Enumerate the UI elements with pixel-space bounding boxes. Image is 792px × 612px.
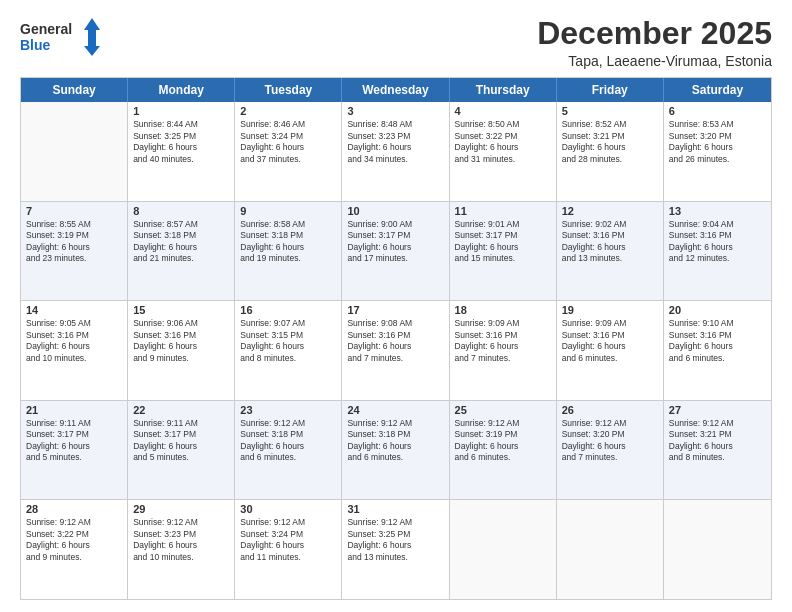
day-number: 6 xyxy=(669,105,766,117)
day-header-friday: Friday xyxy=(557,78,664,102)
logo: General Blue xyxy=(20,16,100,60)
day-info: Sunrise: 9:05 AM Sunset: 3:16 PM Dayligh… xyxy=(26,318,122,364)
day-cell-4: 4Sunrise: 8:50 AM Sunset: 3:22 PM Daylig… xyxy=(450,102,557,201)
svg-text:Blue: Blue xyxy=(20,37,51,53)
calendar-row: 7Sunrise: 8:55 AM Sunset: 3:19 PM Daylig… xyxy=(21,202,771,302)
day-number: 21 xyxy=(26,404,122,416)
day-cell-29: 29Sunrise: 9:12 AM Sunset: 3:23 PM Dayli… xyxy=(128,500,235,599)
day-number: 26 xyxy=(562,404,658,416)
empty-cell xyxy=(21,102,128,201)
day-header-wednesday: Wednesday xyxy=(342,78,449,102)
day-cell-15: 15Sunrise: 9:06 AM Sunset: 3:16 PM Dayli… xyxy=(128,301,235,400)
day-info: Sunrise: 8:52 AM Sunset: 3:21 PM Dayligh… xyxy=(562,119,658,165)
day-cell-25: 25Sunrise: 9:12 AM Sunset: 3:19 PM Dayli… xyxy=(450,401,557,500)
day-info: Sunrise: 9:07 AM Sunset: 3:15 PM Dayligh… xyxy=(240,318,336,364)
day-info: Sunrise: 8:46 AM Sunset: 3:24 PM Dayligh… xyxy=(240,119,336,165)
day-number: 28 xyxy=(26,503,122,515)
day-number: 24 xyxy=(347,404,443,416)
day-number: 1 xyxy=(133,105,229,117)
day-number: 7 xyxy=(26,205,122,217)
day-info: Sunrise: 9:06 AM Sunset: 3:16 PM Dayligh… xyxy=(133,318,229,364)
day-number: 16 xyxy=(240,304,336,316)
day-info: Sunrise: 9:12 AM Sunset: 3:21 PM Dayligh… xyxy=(669,418,766,464)
day-cell-24: 24Sunrise: 9:12 AM Sunset: 3:18 PM Dayli… xyxy=(342,401,449,500)
day-number: 3 xyxy=(347,105,443,117)
day-header-sunday: Sunday xyxy=(21,78,128,102)
empty-cell xyxy=(557,500,664,599)
day-cell-5: 5Sunrise: 8:52 AM Sunset: 3:21 PM Daylig… xyxy=(557,102,664,201)
day-number: 11 xyxy=(455,205,551,217)
day-info: Sunrise: 9:12 AM Sunset: 3:23 PM Dayligh… xyxy=(133,517,229,563)
day-cell-19: 19Sunrise: 9:09 AM Sunset: 3:16 PM Dayli… xyxy=(557,301,664,400)
day-info: Sunrise: 9:12 AM Sunset: 3:25 PM Dayligh… xyxy=(347,517,443,563)
day-cell-28: 28Sunrise: 9:12 AM Sunset: 3:22 PM Dayli… xyxy=(21,500,128,599)
day-info: Sunrise: 9:12 AM Sunset: 3:22 PM Dayligh… xyxy=(26,517,122,563)
day-number: 2 xyxy=(240,105,336,117)
day-number: 14 xyxy=(26,304,122,316)
day-cell-30: 30Sunrise: 9:12 AM Sunset: 3:24 PM Dayli… xyxy=(235,500,342,599)
day-info: Sunrise: 9:08 AM Sunset: 3:16 PM Dayligh… xyxy=(347,318,443,364)
day-info: Sunrise: 9:12 AM Sunset: 3:24 PM Dayligh… xyxy=(240,517,336,563)
day-cell-14: 14Sunrise: 9:05 AM Sunset: 3:16 PM Dayli… xyxy=(21,301,128,400)
day-info: Sunrise: 9:12 AM Sunset: 3:20 PM Dayligh… xyxy=(562,418,658,464)
empty-cell xyxy=(664,500,771,599)
day-info: Sunrise: 9:09 AM Sunset: 3:16 PM Dayligh… xyxy=(455,318,551,364)
day-cell-3: 3Sunrise: 8:48 AM Sunset: 3:23 PM Daylig… xyxy=(342,102,449,201)
day-cell-17: 17Sunrise: 9:08 AM Sunset: 3:16 PM Dayli… xyxy=(342,301,449,400)
day-info: Sunrise: 8:57 AM Sunset: 3:18 PM Dayligh… xyxy=(133,219,229,265)
day-cell-13: 13Sunrise: 9:04 AM Sunset: 3:16 PM Dayli… xyxy=(664,202,771,301)
logo-svg: General Blue xyxy=(20,16,100,60)
day-info: Sunrise: 9:01 AM Sunset: 3:17 PM Dayligh… xyxy=(455,219,551,265)
day-number: 22 xyxy=(133,404,229,416)
day-number: 29 xyxy=(133,503,229,515)
day-info: Sunrise: 8:50 AM Sunset: 3:22 PM Dayligh… xyxy=(455,119,551,165)
calendar-row: 21Sunrise: 9:11 AM Sunset: 3:17 PM Dayli… xyxy=(21,401,771,501)
calendar-row: 1Sunrise: 8:44 AM Sunset: 3:25 PM Daylig… xyxy=(21,102,771,202)
day-cell-23: 23Sunrise: 9:12 AM Sunset: 3:18 PM Dayli… xyxy=(235,401,342,500)
day-header-monday: Monday xyxy=(128,78,235,102)
day-number: 4 xyxy=(455,105,551,117)
day-number: 20 xyxy=(669,304,766,316)
day-info: Sunrise: 8:44 AM Sunset: 3:25 PM Dayligh… xyxy=(133,119,229,165)
day-number: 9 xyxy=(240,205,336,217)
day-header-saturday: Saturday xyxy=(664,78,771,102)
day-info: Sunrise: 9:12 AM Sunset: 3:19 PM Dayligh… xyxy=(455,418,551,464)
empty-cell xyxy=(450,500,557,599)
day-info: Sunrise: 9:10 AM Sunset: 3:16 PM Dayligh… xyxy=(669,318,766,364)
calendar-header: SundayMondayTuesdayWednesdayThursdayFrid… xyxy=(21,78,771,102)
day-info: Sunrise: 8:58 AM Sunset: 3:18 PM Dayligh… xyxy=(240,219,336,265)
day-cell-12: 12Sunrise: 9:02 AM Sunset: 3:16 PM Dayli… xyxy=(557,202,664,301)
day-number: 23 xyxy=(240,404,336,416)
title-block: December 2025 Tapa, Laeaene-Virumaa, Est… xyxy=(537,16,772,69)
subtitle: Tapa, Laeaene-Virumaa, Estonia xyxy=(537,53,772,69)
day-cell-6: 6Sunrise: 8:53 AM Sunset: 3:20 PM Daylig… xyxy=(664,102,771,201)
day-info: Sunrise: 8:55 AM Sunset: 3:19 PM Dayligh… xyxy=(26,219,122,265)
day-number: 10 xyxy=(347,205,443,217)
day-number: 5 xyxy=(562,105,658,117)
day-info: Sunrise: 8:53 AM Sunset: 3:20 PM Dayligh… xyxy=(669,119,766,165)
day-number: 13 xyxy=(669,205,766,217)
day-cell-20: 20Sunrise: 9:10 AM Sunset: 3:16 PM Dayli… xyxy=(664,301,771,400)
day-info: Sunrise: 9:02 AM Sunset: 3:16 PM Dayligh… xyxy=(562,219,658,265)
day-header-tuesday: Tuesday xyxy=(235,78,342,102)
day-cell-2: 2Sunrise: 8:46 AM Sunset: 3:24 PM Daylig… xyxy=(235,102,342,201)
calendar-body: 1Sunrise: 8:44 AM Sunset: 3:25 PM Daylig… xyxy=(21,102,771,599)
day-number: 19 xyxy=(562,304,658,316)
day-info: Sunrise: 9:12 AM Sunset: 3:18 PM Dayligh… xyxy=(240,418,336,464)
svg-marker-2 xyxy=(84,18,100,56)
main-title: December 2025 xyxy=(537,16,772,51)
day-number: 30 xyxy=(240,503,336,515)
day-number: 18 xyxy=(455,304,551,316)
day-cell-16: 16Sunrise: 9:07 AM Sunset: 3:15 PM Dayli… xyxy=(235,301,342,400)
svg-text:General: General xyxy=(20,21,72,37)
day-number: 8 xyxy=(133,205,229,217)
day-cell-9: 9Sunrise: 8:58 AM Sunset: 3:18 PM Daylig… xyxy=(235,202,342,301)
day-number: 15 xyxy=(133,304,229,316)
day-number: 12 xyxy=(562,205,658,217)
day-info: Sunrise: 9:11 AM Sunset: 3:17 PM Dayligh… xyxy=(26,418,122,464)
day-cell-27: 27Sunrise: 9:12 AM Sunset: 3:21 PM Dayli… xyxy=(664,401,771,500)
day-cell-1: 1Sunrise: 8:44 AM Sunset: 3:25 PM Daylig… xyxy=(128,102,235,201)
day-cell-21: 21Sunrise: 9:11 AM Sunset: 3:17 PM Dayli… xyxy=(21,401,128,500)
day-number: 27 xyxy=(669,404,766,416)
day-cell-18: 18Sunrise: 9:09 AM Sunset: 3:16 PM Dayli… xyxy=(450,301,557,400)
